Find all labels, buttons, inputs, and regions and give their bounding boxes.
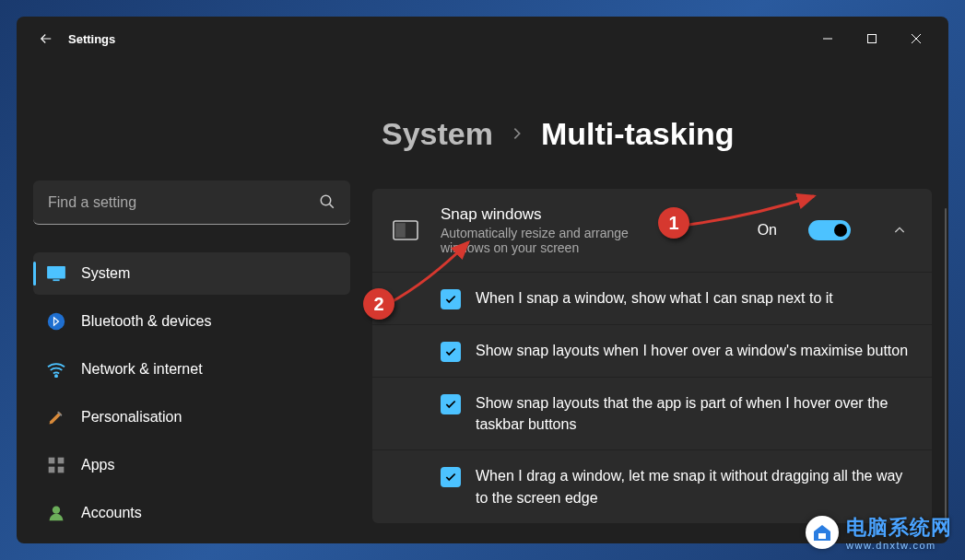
display-icon bbox=[46, 263, 66, 284]
titlebar: Settings bbox=[17, 17, 948, 61]
svg-rect-8 bbox=[49, 467, 55, 473]
sidebar-item-network[interactable]: Network & internet bbox=[33, 348, 350, 391]
check-icon bbox=[444, 471, 457, 484]
chevron-right-icon bbox=[510, 122, 524, 146]
check-icon bbox=[444, 345, 457, 358]
sidebar-item-apps[interactable]: Apps bbox=[33, 444, 350, 486]
search-box bbox=[33, 181, 350, 225]
snap-option-row: Show snap layouts that the app is part o… bbox=[372, 377, 932, 449]
snap-option-label: Show snap layouts that the app is part o… bbox=[476, 392, 912, 435]
sidebar-item-bluetooth[interactable]: Bluetooth & devices bbox=[33, 300, 350, 343]
watermark-url: www.dnxtw.com bbox=[846, 540, 952, 551]
snap-windows-toggle[interactable] bbox=[808, 220, 851, 240]
window-controls bbox=[806, 24, 937, 53]
sidebar-item-label: Network & internet bbox=[81, 361, 203, 378]
watermark: 电脑系统网 www.dnxtw.com bbox=[806, 514, 952, 551]
main-content: System Multi-tasking Snap windows Automa… bbox=[367, 61, 948, 543]
close-icon bbox=[911, 33, 922, 44]
snap-option-label: When I drag a window, let me snap it wit… bbox=[476, 465, 912, 508]
svg-point-4 bbox=[48, 313, 65, 330]
body: System Bluetooth & devices Network & int… bbox=[17, 61, 948, 543]
snap-option-row: When I snap a window, show what I can sn… bbox=[372, 272, 932, 324]
watermark-logo-icon bbox=[806, 516, 839, 549]
paintbrush-icon bbox=[46, 407, 66, 427]
settings-window: Settings bbox=[17, 17, 948, 543]
snap-windows-panel: Snap windows Automatically resize and ar… bbox=[372, 189, 932, 523]
snap-option-checkbox-1[interactable] bbox=[441, 289, 461, 309]
toggle-state-label: On bbox=[758, 222, 777, 239]
maximize-icon bbox=[866, 33, 877, 44]
annotation-marker-1: 1 bbox=[658, 207, 689, 239]
svg-point-10 bbox=[53, 507, 60, 514]
person-icon bbox=[46, 503, 66, 523]
svg-rect-12 bbox=[396, 224, 405, 237]
svg-rect-9 bbox=[58, 467, 65, 473]
svg-rect-7 bbox=[58, 458, 65, 464]
app-title: Settings bbox=[68, 32, 115, 46]
search-input[interactable] bbox=[33, 181, 350, 225]
sidebar-item-label: Bluetooth & devices bbox=[81, 313, 211, 330]
snap-option-label: Show snap layouts when I hover over a wi… bbox=[476, 340, 908, 361]
snap-option-checkbox-4[interactable] bbox=[441, 467, 461, 487]
svg-rect-13 bbox=[818, 533, 826, 539]
collapse-button[interactable] bbox=[888, 218, 912, 242]
svg-rect-0 bbox=[868, 35, 877, 43]
breadcrumb: System Multi-tasking bbox=[372, 116, 932, 152]
maximize-button[interactable] bbox=[851, 24, 893, 53]
watermark-text: 电脑系统网 bbox=[846, 514, 952, 542]
sidebar-item-label: System bbox=[81, 265, 130, 282]
close-button[interactable] bbox=[895, 24, 937, 53]
sidebar-item-label: Accounts bbox=[81, 505, 142, 521]
arrow-left-icon bbox=[38, 30, 54, 47]
svg-point-5 bbox=[55, 375, 57, 377]
snap-option-row: When I drag a window, let me snap it wit… bbox=[372, 449, 932, 522]
snap-option-checkbox-3[interactable] bbox=[441, 394, 461, 414]
snap-option-label: When I snap a window, show what I can sn… bbox=[476, 287, 833, 309]
search-icon bbox=[319, 193, 335, 214]
minimize-icon bbox=[822, 33, 833, 44]
sidebar: System Bluetooth & devices Network & int… bbox=[17, 61, 367, 543]
nav: System Bluetooth & devices Network & int… bbox=[33, 252, 350, 534]
back-button[interactable] bbox=[28, 24, 65, 53]
apps-icon bbox=[46, 455, 66, 475]
breadcrumb-current: Multi-tasking bbox=[541, 116, 735, 152]
check-icon bbox=[444, 293, 457, 306]
snap-option-row: Show snap layouts when I hover over a wi… bbox=[372, 324, 932, 377]
snap-windows-header[interactable]: Snap windows Automatically resize and ar… bbox=[372, 189, 932, 272]
sidebar-item-label: Apps bbox=[81, 457, 114, 473]
sidebar-item-label: Personalisation bbox=[81, 409, 182, 426]
svg-rect-6 bbox=[49, 458, 55, 464]
annotation-marker-2: 2 bbox=[363, 288, 394, 320]
breadcrumb-parent[interactable]: System bbox=[382, 116, 493, 152]
svg-rect-2 bbox=[47, 266, 65, 279]
bluetooth-icon bbox=[46, 311, 66, 332]
panel-title: Snap windows bbox=[441, 205, 736, 224]
main-scrollbar[interactable] bbox=[945, 208, 947, 521]
snap-layout-icon bbox=[393, 217, 418, 243]
sidebar-item-system[interactable]: System bbox=[33, 252, 350, 295]
minimize-button[interactable] bbox=[806, 24, 849, 53]
panel-subtitle: Automatically resize and arrange windows… bbox=[441, 226, 680, 255]
snap-option-checkbox-2[interactable] bbox=[441, 342, 461, 362]
toggle-knob bbox=[834, 224, 847, 237]
chevron-up-icon bbox=[892, 223, 907, 238]
snap-options: When I snap a window, show what I can sn… bbox=[372, 272, 932, 523]
sidebar-item-accounts[interactable]: Accounts bbox=[33, 492, 350, 534]
svg-point-1 bbox=[321, 195, 331, 205]
wifi-icon bbox=[46, 359, 66, 379]
sidebar-item-personalisation[interactable]: Personalisation bbox=[33, 396, 350, 438]
check-icon bbox=[444, 398, 457, 411]
svg-rect-3 bbox=[53, 279, 59, 281]
